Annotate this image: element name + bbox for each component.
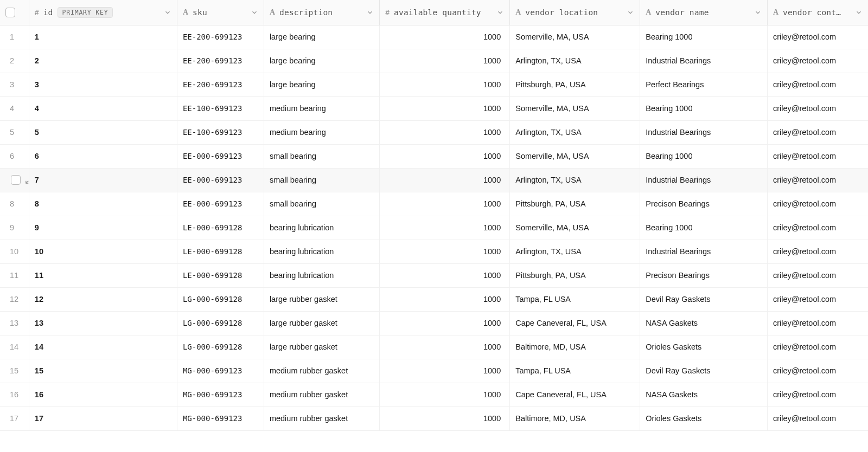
cell-vendor-location[interactable]: Cape Caneveral, FL, USA [510,311,640,335]
cell-vendor-name[interactable]: NASA Gaskets [640,383,768,406]
cell-vendor-name[interactable]: Precison Bearings [640,192,768,216]
cell-available-quantity[interactable]: 1000 [380,359,510,383]
cell-vendor-location[interactable]: Pittsburgh, PA, USA [510,192,640,216]
cell-available-quantity[interactable]: 1000 [380,406,510,430]
table-row[interactable]: 66EE-000-699123small bearing1000Somervil… [0,144,868,168]
cell-id[interactable]: 13 [29,311,177,335]
cell-id[interactable]: 12 [29,287,177,311]
cell-vendor-contact[interactable]: criley@retool.com [767,49,868,73]
cell-sku[interactable]: LE-000-699128 [177,216,264,240]
cell-sku[interactable]: LG-000-699128 [177,287,264,311]
cell-description[interactable]: large rubber gasket [264,311,379,335]
cell-id[interactable]: 3 [29,73,177,96]
cell-vendor-contact[interactable]: criley@retool.com [767,25,868,49]
table-row[interactable]: 1212LG-000-699128large rubber gasket1000… [0,287,868,311]
cell-vendor-name[interactable]: Precison Bearings [640,263,768,287]
cell-vendor-location[interactable]: Tampa, FL USA [510,287,640,311]
cell-description[interactable]: large bearing [264,25,379,49]
cell-available-quantity[interactable]: 1000 [380,120,510,144]
cell-id[interactable]: 17 [29,406,177,430]
cell-description[interactable]: medium bearing [264,96,379,120]
row-select-checkbox[interactable] [11,175,21,185]
table-row[interactable]: 99LE-000-699128bearing lubrication1000So… [0,216,868,240]
row-number-cell[interactable]: 17 [0,406,29,430]
cell-vendor-name[interactable]: Bearing 1000 [640,96,768,120]
row-number-cell[interactable]: 16 [0,383,29,406]
cell-description[interactable]: medium rubber gasket [264,383,379,406]
cell-vendor-location[interactable]: Baltimore, MD, USA [510,406,640,430]
cell-vendor-contact[interactable]: criley@retool.com [767,311,868,335]
row-number-cell[interactable]: 10 [0,240,29,263]
cell-description[interactable]: small bearing [264,192,379,216]
cell-description[interactable]: large rubber gasket [264,287,379,311]
cell-vendor-name[interactable]: Bearing 1000 [640,144,768,168]
cell-available-quantity[interactable]: 1000 [380,25,510,49]
table-row[interactable]: 44EE-100-699123medium bearing1000Somervi… [0,96,868,120]
chevron-down-icon[interactable] [627,9,634,16]
cell-id[interactable]: 5 [29,120,177,144]
chevron-down-icon[interactable] [496,9,504,16]
cell-id[interactable]: 14 [29,335,177,359]
cell-available-quantity[interactable]: 1000 [380,144,510,168]
row-number-cell[interactable]: 9 [0,216,29,240]
cell-vendor-contact[interactable]: criley@retool.com [767,287,868,311]
table-row[interactable]: 22EE-200-699123large bearing1000Arlingto… [0,49,868,73]
row-number-cell[interactable]: 5 [0,120,29,144]
row-number-cell[interactable]: 8 [0,192,29,216]
cell-sku[interactable]: EE-000-699123 [177,192,264,216]
cell-id[interactable]: 10 [29,240,177,263]
cell-sku[interactable]: LE-000-699128 [177,263,264,287]
cell-vendor-contact[interactable]: criley@retool.com [767,406,868,430]
cell-vendor-name[interactable]: Industrial Bearings [640,120,768,144]
column-header-id[interactable]: # id PRIMARY KEY [29,0,177,25]
cell-available-quantity[interactable]: 1000 [380,49,510,73]
row-number-cell[interactable]: 13 [0,311,29,335]
cell-vendor-contact[interactable]: criley@retool.com [767,144,868,168]
row-number-cell[interactable] [0,168,29,192]
cell-available-quantity[interactable]: 1000 [380,383,510,406]
row-number-cell[interactable]: 6 [0,144,29,168]
cell-sku[interactable]: EE-200-699123 [177,73,264,96]
cell-sku[interactable]: MG-000-699123 [177,359,264,383]
cell-vendor-name[interactable]: Devil Ray Gaskets [640,359,768,383]
column-header-description[interactable]: A description [264,0,379,25]
cell-id[interactable]: 16 [29,383,177,406]
cell-vendor-name[interactable]: Industrial Bearings [640,168,768,192]
cell-available-quantity[interactable]: 1000 [380,192,510,216]
row-number-cell[interactable]: 2 [0,49,29,73]
cell-sku[interactable]: EE-200-699123 [177,25,264,49]
row-number-cell[interactable]: 15 [0,359,29,383]
cell-vendor-contact[interactable]: criley@retool.com [767,240,868,263]
cell-sku[interactable]: LG-000-699128 [177,311,264,335]
cell-vendor-name[interactable]: Orioles Gaskets [640,406,768,430]
cell-id[interactable]: 1 [29,25,177,49]
cell-vendor-contact[interactable]: criley@retool.com [767,73,868,96]
row-number-cell[interactable]: 1 [0,25,29,49]
cell-vendor-contact[interactable]: criley@retool.com [767,168,868,192]
cell-sku[interactable]: EE-200-699123 [177,49,264,73]
row-number-cell[interactable]: 11 [0,263,29,287]
row-number-cell[interactable]: 12 [0,287,29,311]
cell-available-quantity[interactable]: 1000 [380,96,510,120]
column-header-select[interactable] [0,0,29,25]
cell-vendor-location[interactable]: Pittsburgh, PA, USA [510,263,640,287]
cell-description[interactable]: medium bearing [264,120,379,144]
cell-sku[interactable]: LE-000-699128 [177,240,264,263]
cell-description[interactable]: large bearing [264,73,379,96]
cell-available-quantity[interactable]: 1000 [380,168,510,192]
cell-vendor-location[interactable]: Somerville, MA, USA [510,25,640,49]
table-row[interactable]: 1717MG-000-699123medium rubber gasket100… [0,406,868,430]
cell-description[interactable]: large bearing [264,49,379,73]
table-row[interactable]: 7EE-000-699123small bearing1000Arlington… [0,168,868,192]
cell-sku[interactable]: EE-100-699123 [177,96,264,120]
cell-sku[interactable]: EE-000-699123 [177,144,264,168]
cell-vendor-location[interactable]: Arlington, TX, USA [510,49,640,73]
cell-available-quantity[interactable]: 1000 [380,73,510,96]
cell-vendor-name[interactable]: Industrial Bearings [640,49,768,73]
chevron-down-icon[interactable] [164,9,171,16]
column-header-sku[interactable]: A sku [177,0,264,25]
cell-id[interactable]: 2 [29,49,177,73]
cell-vendor-contact[interactable]: criley@retool.com [767,96,868,120]
cell-sku[interactable]: EE-100-699123 [177,120,264,144]
table-row[interactable]: 55EE-100-699123medium bearing1000Arlingt… [0,120,868,144]
